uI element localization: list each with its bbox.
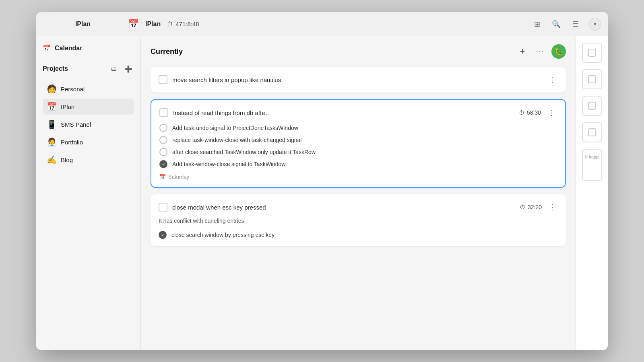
title-bar-left: IPlan <box>43 21 123 28</box>
portfolio-label: Portfolio <box>61 139 83 146</box>
iplan-label: IPlan <box>61 103 74 110</box>
right-panel-item-3[interactable] <box>582 96 602 116</box>
main-layout: 📅 Calendar Projects 🗂 ➕ 🧑 Personal 📅 IPl… <box>36 36 608 350</box>
date-value-2: Saturday <box>168 174 189 180</box>
task-1-title: move search filters in popup like nautil… <box>172 76 542 83</box>
task-3-subtask-list: close search window by pressing esc key <box>159 231 558 239</box>
task-2-checkbox[interactable] <box>159 108 168 117</box>
project-list: 🧑 Personal 📅 IPlan 📱 SMS Panel 🧑‍💼 Portf… <box>43 81 134 168</box>
subtask-2-3: after close searched TaskWindow only upd… <box>159 148 557 156</box>
task-card-2-header: Instead of read things from db afte… ⏱ 5… <box>159 107 557 118</box>
iplan-icon: 📅 <box>47 102 57 111</box>
right-panel-item-1[interactable] <box>582 43 602 63</box>
sms-icon: 📱 <box>47 119 57 129</box>
date-icon-2: 📅 <box>159 174 166 180</box>
timer-value-3: 32:20 <box>528 204 542 210</box>
close-icon: × <box>593 21 597 27</box>
subtask-2-4-radio[interactable] <box>159 160 167 168</box>
title-bar: IPlan 📅 IPlan ⏱ 471:8:48 ⊞ 🔍 ☰ × <box>36 12 608 36</box>
rp-checkbox-2 <box>588 75 596 83</box>
task-3-checkbox[interactable] <box>159 203 167 212</box>
more-options-button[interactable]: ··· <box>534 45 547 58</box>
right-panel: It happ <box>576 36 608 350</box>
task-2-timer: ⏱ 58:30 <box>519 109 541 116</box>
timer-value: 471:8:48 <box>175 21 199 27</box>
add-project-button[interactable]: ➕ <box>123 63 134 74</box>
calendar-label: Calendar <box>55 45 82 52</box>
rp-checkbox-4 <box>588 128 596 136</box>
sms-label: SMS Panel <box>61 121 91 128</box>
personal-label: Personal <box>61 86 85 93</box>
task-3-more-button[interactable]: ⋮ <box>547 202 558 213</box>
rp-checkbox-1 <box>588 49 596 57</box>
rp-checkbox-3 <box>588 102 596 110</box>
task-2-title: Instead of read things from db afte… <box>173 109 514 116</box>
task-card-1: move search filters in popup like nautil… <box>151 67 566 93</box>
menu-button[interactable]: ☰ <box>569 18 582 31</box>
subtask-2-3-text: after close searched TaskWindow only upd… <box>172 149 316 155</box>
sidebar-item-iplan[interactable]: 📅 IPlan <box>43 99 134 115</box>
app-icon: 📅 <box>128 19 139 29</box>
close-button[interactable]: × <box>588 18 601 31</box>
search-button[interactable]: 🔍 <box>550 18 563 31</box>
sidebar-item-blog[interactable]: ✍️ Blog <box>43 152 134 168</box>
task-2-more-button[interactable]: ⋮ <box>546 107 557 118</box>
sidebar: 📅 Calendar Projects 🗂 ➕ 🧑 Personal 📅 IPl… <box>36 36 141 350</box>
clock-icon: ⏱ <box>167 21 173 27</box>
app-window: IPlan 📅 IPlan ⏱ 471:8:48 ⊞ 🔍 ☰ × 📅 Calen… <box>36 12 608 350</box>
columns-button[interactable]: ⊞ <box>530 18 543 31</box>
content-area: Currently + ··· 🐛 move search filters in… <box>141 36 576 350</box>
task-card-2: Instead of read things from db afte… ⏱ 5… <box>151 99 566 188</box>
subtask-3-1: close search window by pressing esc key <box>159 231 558 239</box>
calendar-icon: 📅 <box>43 44 51 52</box>
timer-icon-3: ⏱ <box>520 204 525 210</box>
app-title-bar: IPlan <box>145 21 161 28</box>
subtask-2-1-text: Add task-undo signal to ProjectDoneTasks… <box>172 125 298 131</box>
right-panel-item-4[interactable] <box>582 122 602 142</box>
content-header: Currently + ··· 🐛 <box>151 44 566 59</box>
subtask-2-1-radio[interactable] <box>159 124 167 132</box>
timer-display: ⏱ 471:8:48 <box>167 21 199 27</box>
timer-value-2: 58:30 <box>527 109 541 116</box>
window-title: IPlan <box>75 21 91 28</box>
subtask-2-1: Add task-undo signal to ProjectDoneTasks… <box>159 124 557 132</box>
sidebar-item-sms-panel[interactable]: 📱 SMS Panel <box>43 116 134 132</box>
title-bar-actions: ⊞ 🔍 ☰ × <box>530 18 601 31</box>
portfolio-icon: 🧑‍💼 <box>47 137 57 147</box>
blog-label: Blog <box>61 156 73 163</box>
sidebar-calendar-link[interactable]: 📅 Calendar <box>43 44 134 52</box>
add-task-button[interactable]: + <box>516 45 529 58</box>
blog-icon: ✍️ <box>47 155 57 165</box>
project-actions: 🗂 ➕ <box>108 63 134 74</box>
personal-icon: 🧑 <box>47 84 57 94</box>
task-3-title: close modal when esc key pressed <box>172 204 515 211</box>
task-2-subtask-list: Add task-undo signal to ProjectDoneTasks… <box>159 124 557 168</box>
subtask-2-2-radio[interactable] <box>159 136 167 144</box>
sidebar-item-personal[interactable]: 🧑 Personal <box>43 81 134 97</box>
avatar-emoji: 🐛 <box>554 47 563 56</box>
task-card-1-header: move search filters in popup like nautil… <box>159 74 558 85</box>
subtask-2-4: Add task-window-close signal to TaskWind… <box>159 160 557 168</box>
content-title: Currently <box>151 47 183 56</box>
subtask-2-3-radio[interactable] <box>159 148 167 156</box>
content-header-actions: + ··· 🐛 <box>516 44 566 59</box>
task-card-3: close modal when esc key pressed ⏱ 32:20… <box>151 194 566 246</box>
subtask-3-1-text: close search window by pressing esc key <box>171 232 275 238</box>
task-3-timer: ⏱ 32:20 <box>520 204 542 210</box>
task-3-description: It has conflict with caneling entries <box>159 217 558 225</box>
timer-icon-2: ⏱ <box>519 109 524 116</box>
task-1-more-button[interactable]: ⋮ <box>547 74 558 85</box>
it-happ-text: It happ <box>585 154 599 159</box>
projects-title: Projects <box>43 65 68 72</box>
subtask-3-1-radio[interactable] <box>159 231 167 239</box>
it-happ-card[interactable]: It happ <box>582 149 602 181</box>
subtask-2-4-text: Add task-window-close signal to TaskWind… <box>172 161 285 167</box>
task-1-checkbox[interactable] <box>159 75 167 84</box>
archive-button[interactable]: 🗂 <box>108 63 120 74</box>
task-2-date: 📅 Saturday <box>159 174 557 180</box>
subtask-2-2: replace task-window-close with task-chan… <box>159 136 557 144</box>
subtask-2-2-text: replace task-window-close with task-chan… <box>172 137 301 143</box>
right-panel-item-2[interactable] <box>582 69 602 89</box>
sidebar-item-portfolio[interactable]: 🧑‍💼 Portfolio <box>43 134 134 150</box>
user-avatar[interactable]: 🐛 <box>551 44 566 59</box>
